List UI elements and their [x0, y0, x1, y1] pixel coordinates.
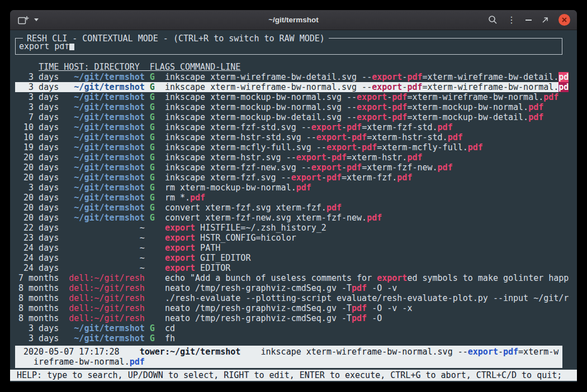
kebab-menu-icon: ⋮ [507, 16, 516, 25]
search-button[interactable] [488, 15, 498, 25]
history-row[interactable]: 8 months dell:~/git/resh neato /tmp/resh… [15, 313, 562, 323]
history-row[interactable]: 20 days ~/git/termshot G rm *.pdf [15, 193, 562, 203]
restore-button[interactable] [541, 16, 549, 24]
history-row[interactable]: 10 days ~/git/termshot G inkscape xterm-… [15, 122, 562, 132]
history-row[interactable]: 10 days ~/git/termshot G inkscape xterm-… [15, 132, 562, 142]
history-row[interactable]: 7 months dell:~/git/resh echo "Add a bun… [15, 273, 562, 283]
search-panel: RESH CLI - CONTEXTUAL MODE - (CTRL+R to … [15, 38, 562, 55]
minimize-button[interactable] [526, 20, 532, 21]
history-row[interactable]: 3 days ~/git/termshot G cd [15, 323, 562, 333]
history-row[interactable]: 24 days ~ export PATH [15, 243, 562, 253]
history-row[interactable]: 24 days ~ export EDITOR [15, 263, 562, 273]
tab-dropdown-caret-icon[interactable] [34, 18, 39, 21]
history-list: TIME HOST: DIRECTORY FLAGS COMMAND-LINE … [15, 62, 562, 343]
history-row[interactable]: 20 days ~/git/termshot G inkscape xterm-… [15, 152, 562, 162]
status-bar: 2020-05-07 17:17:28 tower:~/git/termshot… [15, 346, 562, 368]
restore-icon [541, 16, 549, 24]
history-row[interactable]: 3 days ~/git/termshot G inkscape xterm-m… [15, 102, 562, 112]
history-row[interactable]: 8 months dell:~/git/resh ./resh-evaluate… [15, 293, 562, 303]
new-tab-button[interactable] [18, 16, 29, 25]
status-line-1: 2020-05-07 17:17:28 tower:~/git/termshot… [15, 347, 562, 357]
history-row[interactable]: 20 days ~/git/termshot G inkscape xterm-… [15, 173, 562, 183]
history-row[interactable]: 3 days ~/git/termshot G fh [15, 333, 562, 343]
history-row[interactable]: 3 days ~/git/termshot G rm xterm-mockup-… [15, 183, 562, 193]
minimize-icon [526, 20, 532, 21]
new-tab-icon [18, 16, 29, 25]
menu-button[interactable]: ⋮ [507, 16, 516, 25]
terminal-content: RESH CLI - CONTEXTUAL MODE - (CTRL+R to … [10, 30, 577, 381]
titlebar-left-group [18, 16, 39, 25]
history-row[interactable]: 8 months dell:~/git/resh neato /tmp/resh… [15, 283, 562, 293]
history-row[interactable]: 7 days ~/git/termshot G inkscape xterm-m… [15, 112, 562, 122]
history-row[interactable]: 23 days ~ export HSTR_CONFIG=hicolor [15, 233, 562, 243]
history-row[interactable]: 3 days ~/git/termshot G inkscape xterm-w… [15, 82, 562, 92]
history-row[interactable]: 20 days ~/git/termshot G convert xterm-f… [15, 203, 562, 213]
help-bar: HELP: type to search, UP/DOWN to select,… [10, 370, 577, 381]
history-row[interactable]: 20 days ~/git/termshot G inkscape xterm-… [15, 162, 562, 173]
titlebar-right-group: ⋮ [488, 14, 570, 26]
status-line-2: ireframe-bw-normal.pdf [15, 357, 562, 367]
history-row[interactable]: 20 days ~/git/termshot G convert xterm-f… [15, 213, 562, 223]
terminal-window: ~/git/termshot ⋮ R [10, 10, 577, 382]
close-button[interactable] [558, 14, 570, 26]
history-row[interactable]: 3 days ~/git/termshot G inkscape xterm-w… [15, 72, 562, 82]
history-row[interactable]: 19 days ~/git/termshot G inkscape xterm-… [15, 142, 562, 152]
history-row[interactable]: 8 months dell:~/git/resh neato /tmp/resh… [15, 303, 562, 313]
search-panel-title: RESH CLI - CONTEXTUAL MODE - (CTRL+R to … [23, 34, 329, 44]
close-icon [561, 17, 567, 23]
history-header: TIME HOST: DIRECTORY FLAGS COMMAND-LINE [15, 62, 562, 72]
search-icon [488, 15, 498, 25]
history-row[interactable]: 24 days ~ export GIT_EDITOR [15, 253, 562, 263]
titlebar: ~/git/termshot ⋮ [10, 10, 577, 30]
history-row[interactable]: 3 days ~/git/termshot G inkscape xterm-m… [15, 92, 562, 102]
history-row[interactable]: 22 days ~ export HISTFILE=~/.zsh_history… [15, 223, 562, 233]
